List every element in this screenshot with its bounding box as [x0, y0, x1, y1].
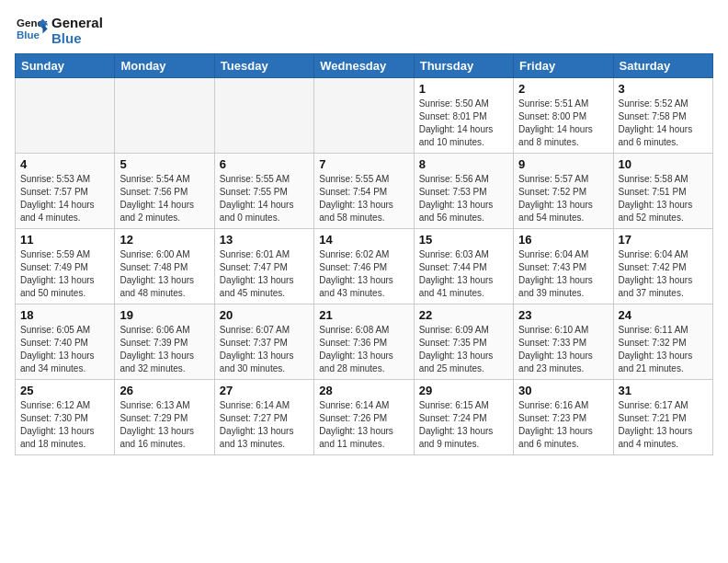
- day-number: 29: [419, 384, 508, 397]
- day-info: Sunrise: 6:16 AM Sunset: 7:23 PM Dayligh…: [518, 399, 608, 451]
- day-info: Sunrise: 5:55 AM Sunset: 7:55 PM Dayligh…: [220, 173, 309, 224]
- day-info: Sunrise: 5:52 AM Sunset: 7:58 PM Dayligh…: [619, 98, 708, 149]
- calendar-week-5: 25Sunrise: 6:12 AM Sunset: 7:30 PM Dayli…: [16, 380, 713, 455]
- day-info: Sunrise: 6:17 AM Sunset: 7:21 PM Dayligh…: [619, 399, 708, 451]
- svg-text:Blue: Blue: [17, 29, 40, 40]
- day-number: 17: [619, 233, 708, 247]
- calendar-cell: 21Sunrise: 6:08 AM Sunset: 7:36 PM Dayli…: [314, 304, 414, 380]
- day-info: Sunrise: 6:07 AM Sunset: 7:37 PM Dayligh…: [220, 324, 309, 375]
- col-header-thursday: Thursday: [414, 54, 513, 78]
- calendar-table: SundayMondayTuesdayWednesdayThursdayFrid…: [15, 53, 713, 455]
- calendar-week-3: 11Sunrise: 5:59 AM Sunset: 7:49 PM Dayli…: [16, 229, 713, 304]
- col-header-tuesday: Tuesday: [214, 54, 313, 78]
- col-header-monday: Monday: [115, 54, 214, 78]
- col-header-sunday: Sunday: [16, 54, 115, 78]
- calendar-cell: 26Sunrise: 6:13 AM Sunset: 7:29 PM Dayli…: [115, 380, 214, 455]
- calendar-cell: 19Sunrise: 6:06 AM Sunset: 7:39 PM Dayli…: [115, 304, 214, 380]
- calendar-cell: 25Sunrise: 6:12 AM Sunset: 7:30 PM Dayli…: [16, 380, 115, 455]
- day-number: 11: [20, 233, 109, 247]
- day-number: 5: [119, 157, 209, 171]
- logo-text-line1: General: [51, 15, 103, 30]
- calendar-cell: 22Sunrise: 6:09 AM Sunset: 7:35 PM Dayli…: [414, 304, 513, 380]
- calendar-cell: 31Sunrise: 6:17 AM Sunset: 7:21 PM Dayli…: [613, 380, 712, 455]
- day-info: Sunrise: 6:09 AM Sunset: 7:35 PM Dayligh…: [419, 324, 508, 375]
- day-number: 18: [20, 308, 109, 322]
- day-number: 25: [20, 384, 109, 397]
- calendar-cell: 17Sunrise: 6:04 AM Sunset: 7:42 PM Dayli…: [613, 229, 712, 304]
- day-info: Sunrise: 6:11 AM Sunset: 7:32 PM Dayligh…: [619, 324, 708, 375]
- logo: General Blue General Blue: [15, 15, 103, 46]
- calendar-week-2: 4Sunrise: 5:53 AM Sunset: 7:57 PM Daylig…: [16, 154, 713, 229]
- day-number: 28: [319, 384, 408, 397]
- calendar-cell: 3Sunrise: 5:52 AM Sunset: 7:58 PM Daylig…: [613, 78, 712, 154]
- logo-icon: General Blue: [15, 16, 48, 45]
- day-number: 15: [419, 233, 508, 247]
- calendar-cell: 20Sunrise: 6:07 AM Sunset: 7:37 PM Dayli…: [214, 304, 313, 380]
- day-number: 27: [220, 384, 309, 397]
- day-info: Sunrise: 6:10 AM Sunset: 7:33 PM Dayligh…: [518, 324, 608, 375]
- day-number: 6: [220, 157, 309, 171]
- day-number: 16: [518, 233, 608, 247]
- calendar-cell: 1Sunrise: 5:50 AM Sunset: 8:01 PM Daylig…: [414, 78, 513, 154]
- day-number: 9: [518, 157, 608, 171]
- calendar-cell: 2Sunrise: 5:51 AM Sunset: 8:00 PM Daylig…: [514, 78, 613, 154]
- day-number: 2: [518, 82, 608, 96]
- calendar-cell: 27Sunrise: 6:14 AM Sunset: 7:27 PM Dayli…: [214, 380, 313, 455]
- day-number: 7: [319, 157, 408, 171]
- day-info: Sunrise: 6:04 AM Sunset: 7:43 PM Dayligh…: [518, 248, 608, 300]
- day-info: Sunrise: 5:55 AM Sunset: 7:54 PM Dayligh…: [319, 173, 408, 224]
- calendar-cell: 7Sunrise: 5:55 AM Sunset: 7:54 PM Daylig…: [314, 154, 414, 229]
- day-info: Sunrise: 6:14 AM Sunset: 7:26 PM Dayligh…: [319, 399, 408, 451]
- day-number: 31: [619, 384, 708, 397]
- day-info: Sunrise: 5:57 AM Sunset: 7:52 PM Dayligh…: [518, 173, 608, 224]
- calendar-cell: 4Sunrise: 5:53 AM Sunset: 7:57 PM Daylig…: [16, 154, 115, 229]
- day-number: 22: [419, 308, 508, 322]
- calendar-cell: [16, 78, 115, 154]
- day-number: 21: [319, 308, 408, 322]
- day-info: Sunrise: 5:53 AM Sunset: 7:57 PM Dayligh…: [20, 173, 109, 224]
- day-info: Sunrise: 6:14 AM Sunset: 7:27 PM Dayligh…: [220, 399, 309, 451]
- day-info: Sunrise: 6:03 AM Sunset: 7:44 PM Dayligh…: [419, 248, 508, 300]
- calendar-cell: 8Sunrise: 5:56 AM Sunset: 7:53 PM Daylig…: [414, 154, 513, 229]
- page-header: General Blue General Blue: [15, 15, 713, 46]
- col-header-friday: Friday: [514, 54, 613, 78]
- day-number: 12: [119, 233, 209, 247]
- day-number: 10: [619, 157, 708, 171]
- day-info: Sunrise: 5:54 AM Sunset: 7:56 PM Dayligh…: [119, 173, 209, 224]
- col-header-saturday: Saturday: [613, 54, 712, 78]
- calendar-cell: 29Sunrise: 6:15 AM Sunset: 7:24 PM Dayli…: [414, 380, 513, 455]
- day-info: Sunrise: 5:51 AM Sunset: 8:00 PM Dayligh…: [518, 98, 608, 149]
- day-info: Sunrise: 5:58 AM Sunset: 7:51 PM Dayligh…: [619, 173, 708, 224]
- calendar-cell: 23Sunrise: 6:10 AM Sunset: 7:33 PM Dayli…: [514, 304, 613, 380]
- col-header-wednesday: Wednesday: [314, 54, 414, 78]
- day-info: Sunrise: 5:59 AM Sunset: 7:49 PM Dayligh…: [20, 248, 109, 300]
- day-number: 26: [119, 384, 209, 397]
- calendar-cell: 6Sunrise: 5:55 AM Sunset: 7:55 PM Daylig…: [214, 154, 313, 229]
- logo-text-line2: Blue: [51, 30, 103, 46]
- calendar-cell: 14Sunrise: 6:02 AM Sunset: 7:46 PM Dayli…: [314, 229, 414, 304]
- calendar-cell: 15Sunrise: 6:03 AM Sunset: 7:44 PM Dayli…: [414, 229, 513, 304]
- day-info: Sunrise: 6:13 AM Sunset: 7:29 PM Dayligh…: [119, 399, 209, 451]
- calendar-cell: 13Sunrise: 6:01 AM Sunset: 7:47 PM Dayli…: [214, 229, 313, 304]
- calendar-header-row: SundayMondayTuesdayWednesdayThursdayFrid…: [16, 54, 713, 78]
- calendar-cell: 10Sunrise: 5:58 AM Sunset: 7:51 PM Dayli…: [613, 154, 712, 229]
- calendar-cell: 28Sunrise: 6:14 AM Sunset: 7:26 PM Dayli…: [314, 380, 414, 455]
- calendar-cell: [214, 78, 313, 154]
- day-number: 13: [220, 233, 309, 247]
- day-info: Sunrise: 6:02 AM Sunset: 7:46 PM Dayligh…: [319, 248, 408, 300]
- day-info: Sunrise: 5:56 AM Sunset: 7:53 PM Dayligh…: [419, 173, 508, 224]
- day-info: Sunrise: 6:00 AM Sunset: 7:48 PM Dayligh…: [119, 248, 209, 300]
- day-info: Sunrise: 6:12 AM Sunset: 7:30 PM Dayligh…: [20, 399, 109, 451]
- calendar-cell: 30Sunrise: 6:16 AM Sunset: 7:23 PM Dayli…: [514, 380, 613, 455]
- day-info: Sunrise: 6:15 AM Sunset: 7:24 PM Dayligh…: [419, 399, 508, 451]
- calendar-cell: [115, 78, 214, 154]
- calendar-cell: [314, 78, 414, 154]
- calendar-cell: 18Sunrise: 6:05 AM Sunset: 7:40 PM Dayli…: [16, 304, 115, 380]
- day-number: 23: [518, 308, 608, 322]
- calendar-cell: 5Sunrise: 5:54 AM Sunset: 7:56 PM Daylig…: [115, 154, 214, 229]
- day-info: Sunrise: 6:06 AM Sunset: 7:39 PM Dayligh…: [119, 324, 209, 375]
- day-number: 3: [619, 82, 708, 96]
- calendar-cell: 11Sunrise: 5:59 AM Sunset: 7:49 PM Dayli…: [16, 229, 115, 304]
- day-info: Sunrise: 5:50 AM Sunset: 8:01 PM Dayligh…: [419, 98, 508, 149]
- day-number: 14: [319, 233, 408, 247]
